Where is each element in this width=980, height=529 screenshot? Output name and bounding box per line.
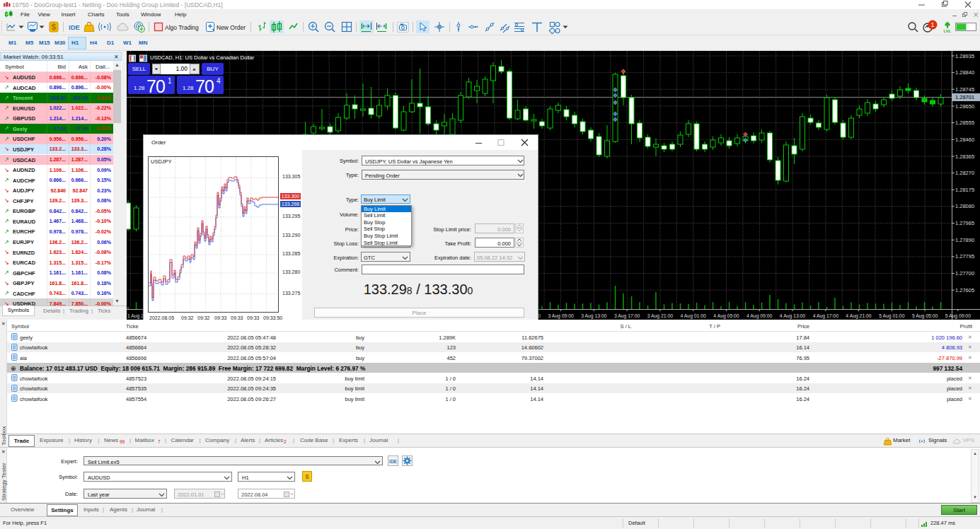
- svg-text:1.28701: 1.28701: [955, 94, 974, 100]
- svg-text:1.28270: 1.28270: [955, 170, 974, 176]
- svg-text:1.27795: 1.27795: [955, 253, 974, 260]
- svg-text:3 Aug 21:00: 3 Aug 21:00: [647, 313, 674, 319]
- svg-text:4 Aug 21:00: 4 Aug 21:00: [846, 313, 872, 319]
- svg-text:IDE: IDE: [69, 23, 80, 31]
- svg-text:4 Aug 05:00: 4 Aug 05:00: [713, 313, 739, 319]
- svg-text:1.27985: 1.27985: [955, 220, 974, 226]
- svg-text:1.28745: 1.28745: [955, 86, 974, 93]
- svg-text:1: 1: [930, 21, 934, 28]
- svg-text:LVL: LVL: [944, 29, 952, 33]
- svg-text:5 Aug 09:00: 5 Aug 09:00: [945, 313, 972, 319]
- svg-text:1.28365: 1.28365: [955, 153, 974, 160]
- svg-text:Algo Trading: Algo Trading: [165, 24, 199, 31]
- svg-text:3 Aug 17:00: 3 Aug 17:00: [614, 313, 640, 319]
- svg-text:1.27890: 1.27890: [955, 237, 974, 243]
- svg-text:5 Aug 01:00: 5 Aug 01:00: [879, 313, 905, 319]
- svg-text:1.28935: 1.28935: [955, 53, 974, 59]
- svg-text:1.28080: 1.28080: [955, 203, 974, 209]
- svg-text:1.28840: 1.28840: [955, 69, 974, 76]
- svg-text:1.27605: 1.27605: [955, 287, 974, 293]
- svg-text:5 Aug 05:00: 5 Aug 05:00: [912, 313, 938, 319]
- svg-text:4 Aug 09:00: 4 Aug 09:00: [746, 313, 773, 319]
- svg-text:3 Aug 13:00: 3 Aug 13:00: [581, 313, 607, 319]
- svg-text:New Order: New Order: [217, 24, 246, 31]
- svg-text:3 Aug 09:00: 3 Aug 09:00: [548, 313, 574, 319]
- svg-text:1.27700: 1.27700: [955, 270, 974, 277]
- svg-text:1.28175: 1.28175: [955, 187, 974, 193]
- svg-text:1.28555: 1.28555: [955, 120, 974, 126]
- svg-text:1.28650: 1.28650: [955, 103, 974, 110]
- svg-text:1.28460: 1.28460: [955, 136, 974, 143]
- svg-text:4 Aug 13:00: 4 Aug 13:00: [780, 313, 806, 319]
- svg-text:4 Aug 17:00: 4 Aug 17:00: [813, 313, 839, 319]
- svg-text:4 Aug 01:00: 4 Aug 01:00: [681, 313, 707, 319]
